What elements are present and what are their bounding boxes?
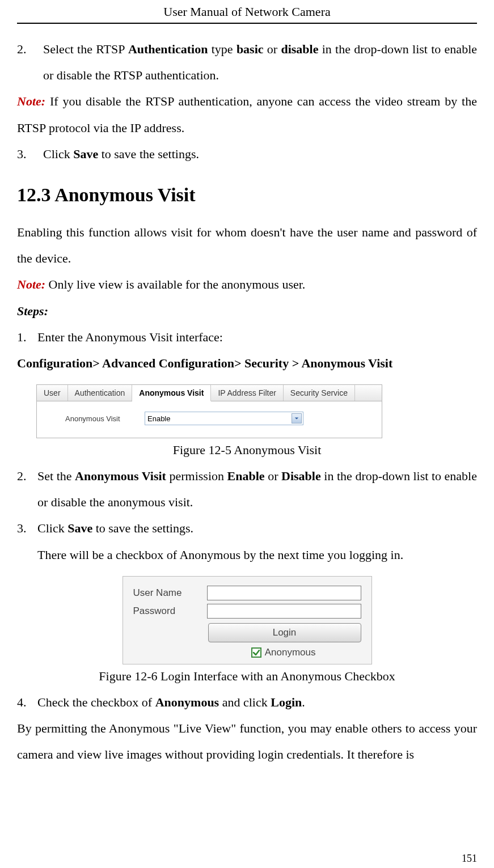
t2f: disable [281, 42, 318, 56]
nav-path: Configuration> Advanced Configuration> S… [17, 350, 477, 376]
step4-text: Check the checkbox of Anonymous and clic… [37, 689, 477, 715]
section-heading: 12.3 Anonymous Visit [17, 184, 477, 206]
tab-anonymous-visit[interactable]: Anonymous Visit [132, 385, 211, 401]
note-label: Note: [17, 94, 45, 108]
s2d: Enable [227, 469, 265, 483]
t2a: Select the RTSP [43, 42, 128, 56]
tab-bar: User Authentication Anonymous Visit IP A… [37, 385, 382, 401]
list-text-3: Click Save to save the settings. [43, 141, 477, 167]
step3-number: 3. [17, 515, 37, 541]
username-input[interactable] [207, 586, 361, 600]
password-label: Password [133, 606, 207, 617]
s3b: Save [67, 521, 92, 535]
list-number-3: 3. [17, 141, 43, 167]
s3c: to save the settings. [92, 521, 193, 535]
anonymous-checkbox[interactable] [251, 647, 261, 658]
s4a: Check the checkbox of [37, 695, 155, 709]
figure-12-5: User Authentication Anonymous Visit IP A… [36, 384, 382, 438]
note-rtsp: Note: If you disable the RTSP authentica… [17, 88, 477, 141]
t2e: or [264, 42, 281, 56]
s2f: Disable [281, 469, 321, 483]
chevron-down-icon[interactable] [292, 413, 302, 424]
page-header-title: User Manual of Network Camera [17, 0, 477, 24]
section-num: 12.3 [17, 184, 51, 205]
figure-12-5-caption: Figure 12-5 Anonymous Visit [17, 443, 477, 458]
tab-user[interactable]: User [37, 385, 68, 401]
select-value: Enable [147, 414, 170, 423]
figure-12-6: User Name Password Login Anonymous [123, 576, 372, 664]
note-liveview: Note: Only live view is available for th… [17, 272, 477, 298]
s2e: or [265, 469, 281, 483]
t3c: to save the settings. [98, 147, 199, 161]
step3-text: Click Save to save the settings. [37, 515, 477, 541]
permit-paragraph: By permitting the Anonymous "Live View" … [17, 715, 477, 768]
s4c: and click [219, 695, 271, 709]
step2-text: Set the Anonymous Visit permission Enabl… [37, 463, 477, 515]
step2-number: 2. [17, 463, 37, 515]
step1-number: 1. [17, 324, 37, 350]
step4-number: 4. [17, 689, 37, 715]
page-number: 151 [462, 853, 477, 865]
list-text-2: Select the RTSP Authentication type basi… [43, 36, 477, 88]
password-input[interactable] [207, 604, 361, 619]
anonymous-visit-select[interactable]: Enable [145, 412, 303, 425]
steps-label: Steps: [17, 298, 477, 324]
tab-security-service[interactable]: Security Service [284, 385, 355, 401]
note-text: If you disable the RTSP authentication, … [17, 94, 477, 134]
username-label: User Name [133, 587, 207, 599]
note2-label: Note: [17, 277, 45, 291]
note2-text: Only live view is available for the anon… [45, 277, 305, 291]
s3a: Click [37, 521, 67, 535]
tab-ip-address-filter[interactable]: IP Address Filter [211, 385, 283, 401]
list-number-2: 2. [17, 36, 43, 88]
section-intro: Enabling this function allows visit for … [17, 219, 477, 272]
s2c: permission [166, 469, 227, 483]
step1-text: Enter the Anonymous Visit interface: [37, 324, 477, 350]
t2d: basic [237, 42, 264, 56]
s4e: . [302, 695, 305, 709]
t3a: Click [43, 147, 73, 161]
t3b: Save [73, 147, 98, 161]
s4b: Anonymous [155, 695, 219, 709]
s4d: Login [271, 695, 302, 709]
anonymous-visit-label: Anonymous Visit [65, 414, 145, 423]
tab-authentication[interactable]: Authentication [68, 385, 133, 401]
anonymous-checkbox-label: Anonymous [265, 647, 316, 658]
login-button[interactable]: Login [208, 623, 361, 642]
step3-extra: There will be a checkbox of Anonymous by… [17, 542, 477, 568]
s2a: Set the [37, 469, 75, 483]
t2b: Authentication [128, 42, 208, 56]
t2c: type [208, 42, 236, 56]
s2b: Anonymous Visit [75, 469, 166, 483]
section-title: Anonymous Visit [54, 184, 195, 205]
figure-12-6-caption: Figure 12-6 Login Interface with an Anon… [17, 669, 477, 684]
